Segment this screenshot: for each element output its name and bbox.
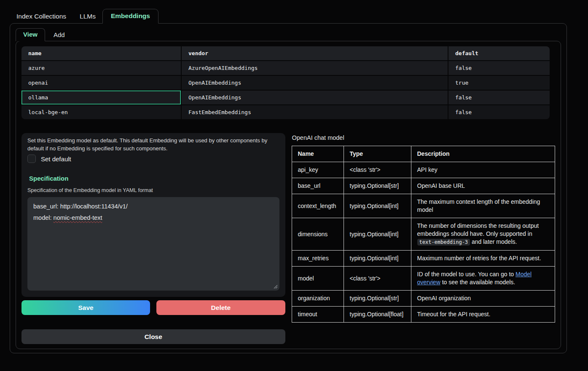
main-tab-bar: Index Collections LLMs Embeddings — [10, 9, 588, 24]
doc-row-base-url: base_url typing.Optional[str] OpenAI bas… — [292, 178, 555, 194]
yaml-model-value: nomic-embed-text — [54, 214, 102, 221]
set-default-checkbox[interactable] — [27, 155, 36, 163]
table-row-openai-default[interactable]: true — [448, 76, 550, 90]
param-type: typing.Optional[int] — [344, 218, 411, 251]
emb-col-header-name: name — [21, 46, 181, 60]
embedding-form-panel: Set this Embedding model as default. Thi… — [21, 133, 285, 297]
doc-row-api-key: api_key <class 'str'> API key — [292, 162, 555, 178]
tab-llms[interactable]: LLMs — [73, 10, 102, 24]
embeddings-panel: View Add name vendor default azure Azure… — [10, 23, 567, 353]
doc-row-max-retries: max_retries typing.Optional[int] Maximum… — [292, 251, 555, 267]
docs-header-description: Description — [411, 146, 555, 162]
action-button-row: Save Delete — [21, 300, 285, 315]
param-type: typing.Optional[int] — [344, 194, 411, 218]
param-name: max_retries — [292, 251, 344, 267]
emb-col-header-vendor: vendor — [182, 46, 448, 60]
yaml-line-1: base_url: http://localhost:11434/v1/ — [33, 201, 274, 212]
subtab-add[interactable]: Add — [45, 29, 73, 41]
table-row-ollama-default[interactable]: false — [448, 91, 550, 104]
table-row-ollama-vendor[interactable]: OpenAIEmbeddings — [182, 91, 448, 104]
inline-code: text-embedding-3 — [417, 239, 470, 246]
tab-index-collections[interactable]: Index Collections — [10, 10, 73, 24]
table-row-openai-vendor[interactable]: OpenAIEmbeddings — [182, 76, 448, 90]
param-type: <class 'str'> — [344, 162, 411, 178]
subtab-view[interactable]: View — [16, 28, 45, 41]
docs-column: OpenAI chat model Name Type Description … — [292, 133, 556, 344]
set-default-help-text: Set this Embedding model as default. Thi… — [27, 136, 279, 152]
param-desc: API key — [411, 162, 555, 178]
param-name: api_key — [292, 162, 344, 178]
doc-row-organization: organization typing.Optional[str] OpenAI… — [292, 291, 555, 307]
yaml-line-2: model: nomic-embed-text — [33, 212, 274, 224]
param-type: typing.Optional[float] — [344, 307, 411, 323]
set-default-label: Set default — [41, 155, 71, 163]
table-row-openai-name[interactable]: openai — [21, 76, 181, 90]
close-button[interactable]: Close — [21, 329, 285, 344]
param-type: typing.Optional[int] — [344, 251, 411, 267]
doc-row-context-length: context_length typing.Optional[int] The … — [292, 194, 555, 218]
table-row-local-bge-en-vendor[interactable]: FastEmbedEmbeddings — [182, 105, 448, 119]
table-row-local-bge-en-default[interactable]: false — [448, 105, 550, 119]
table-row-azure-vendor[interactable]: AzureOpenAIEmbeddings — [182, 61, 448, 75]
param-name: base_url — [292, 178, 344, 194]
param-desc: The number of dimensions the resulting o… — [411, 218, 555, 251]
resize-handle-icon[interactable] — [273, 284, 278, 289]
docs-header-name: Name — [292, 146, 344, 162]
yaml-spec-textarea[interactable]: base_url: http://localhost:11434/v1/ mod… — [27, 197, 279, 291]
embeddings-table: name vendor default azure AzureOpenAIEmb… — [21, 46, 550, 119]
param-name: organization — [292, 291, 344, 307]
table-row-ollama-name[interactable]: ollama — [21, 91, 181, 104]
param-type: <class 'str'> — [344, 267, 411, 291]
doc-row-timeout: timeout typing.Optional[float] Timeout f… — [292, 307, 555, 323]
table-row-azure-name[interactable]: azure — [21, 61, 181, 75]
param-name: dimensions — [292, 218, 344, 251]
view-panel: name vendor default azure AzureOpenAIEmb… — [16, 41, 561, 349]
delete-button[interactable]: Delete — [156, 300, 285, 315]
param-desc: OpenAI base URL — [411, 178, 555, 194]
params-doc-table: Name Type Description api_key <class 'st… — [292, 146, 556, 323]
specification-help-text: Specification of the Embedding model in … — [27, 187, 279, 193]
docs-header-type: Type — [344, 146, 411, 162]
docs-title: OpenAI chat model — [292, 134, 556, 141]
table-row-local-bge-en-name[interactable]: local-bge-en — [21, 105, 181, 119]
doc-row-model: model <class 'str'> ID of the model to u… — [292, 267, 555, 291]
sub-tab-bar: View Add — [16, 28, 567, 41]
param-name: timeout — [292, 307, 344, 323]
param-name: model — [292, 267, 344, 291]
specification-heading: Specification — [29, 175, 279, 182]
set-default-row: Set default — [27, 155, 279, 163]
param-desc: The maximum context length of the embedd… — [411, 194, 555, 218]
doc-row-dimensions: dimensions typing.Optional[int] The numb… — [292, 218, 555, 251]
param-type: typing.Optional[str] — [344, 291, 411, 307]
param-desc: ID of the model to use. You can go to Mo… — [411, 267, 555, 291]
param-desc: Maximum number of retries for the API re… — [411, 251, 555, 267]
table-row-azure-default[interactable]: false — [448, 61, 550, 75]
param-desc: OpenAI organization — [411, 291, 555, 307]
param-type: typing.Optional[str] — [344, 178, 411, 194]
param-name: context_length — [292, 194, 344, 218]
tab-embeddings[interactable]: Embeddings — [102, 9, 158, 24]
edit-form-column: Set this Embedding model as default. Thi… — [21, 133, 285, 344]
save-button[interactable]: Save — [21, 300, 150, 315]
emb-col-header-default: default — [448, 46, 550, 60]
param-desc: Timeout for the API request. — [411, 307, 555, 323]
